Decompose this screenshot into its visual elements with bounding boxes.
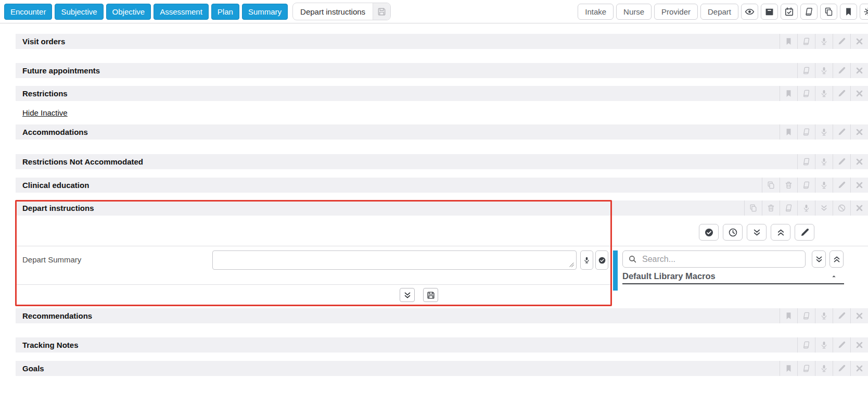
book-button[interactable] bbox=[797, 337, 815, 353]
stage-button-group: IntakeNurseProviderDepart bbox=[578, 4, 738, 20]
macros-chevron-double-up-button[interactable] bbox=[829, 250, 844, 268]
section-actions bbox=[780, 34, 868, 49]
section-actions bbox=[762, 178, 868, 193]
close-button[interactable] bbox=[850, 200, 868, 216]
nav-button-subjective[interactable]: Subjective bbox=[55, 4, 103, 20]
ban-button[interactable] bbox=[833, 200, 850, 216]
check-circle-button[interactable] bbox=[699, 224, 719, 241]
mic-button[interactable] bbox=[815, 86, 833, 101]
bookmark-button[interactable] bbox=[780, 361, 797, 376]
stage-button-provider[interactable]: Provider bbox=[654, 4, 698, 20]
trash-button[interactable] bbox=[780, 178, 797, 193]
gear-button[interactable] bbox=[860, 4, 868, 20]
nav-button-objective[interactable]: Objective bbox=[106, 4, 151, 20]
close-button[interactable] bbox=[850, 63, 868, 78]
bookmark-icon bbox=[784, 37, 793, 46]
depart-tab-label[interactable]: Depart instructions bbox=[293, 3, 373, 20]
tab-save-button[interactable] bbox=[373, 3, 390, 20]
chevron-double-down-button[interactable] bbox=[815, 200, 833, 216]
calendar-check-button[interactable] bbox=[781, 4, 798, 20]
close-button[interactable] bbox=[850, 178, 868, 193]
trash-button[interactable] bbox=[762, 200, 780, 216]
depart-summary-input[interactable] bbox=[213, 251, 576, 269]
caret-up-icon[interactable] bbox=[831, 273, 837, 279]
copy-button[interactable] bbox=[762, 178, 780, 193]
eye-button[interactable] bbox=[741, 4, 758, 20]
close-button[interactable] bbox=[850, 361, 868, 376]
close-button[interactable] bbox=[850, 34, 868, 49]
pencil-button[interactable] bbox=[833, 63, 850, 78]
pencil-button[interactable] bbox=[833, 86, 850, 101]
mic-icon bbox=[802, 204, 811, 212]
pencil-button[interactable] bbox=[833, 154, 850, 169]
mic-button[interactable] bbox=[815, 63, 833, 78]
book-button[interactable] bbox=[797, 63, 815, 78]
eye-icon bbox=[745, 7, 755, 17]
save-button[interactable] bbox=[423, 288, 438, 302]
mic-button[interactable] bbox=[797, 200, 815, 216]
mic-button[interactable] bbox=[815, 124, 833, 140]
summary-mic-button[interactable] bbox=[580, 250, 593, 270]
chevron-double-up-button[interactable] bbox=[771, 224, 790, 241]
close-button[interactable] bbox=[850, 124, 868, 140]
stage-button-depart[interactable]: Depart bbox=[700, 4, 738, 20]
book-button[interactable] bbox=[797, 124, 815, 140]
stage-button-intake[interactable]: Intake bbox=[578, 4, 614, 20]
archive-icon bbox=[764, 7, 774, 17]
book-button[interactable] bbox=[797, 86, 815, 101]
close-button[interactable] bbox=[850, 154, 868, 169]
macro-group-header[interactable]: Default Library Macros bbox=[622, 269, 844, 284]
pencil-button[interactable] bbox=[795, 224, 814, 241]
bookmark-button[interactable] bbox=[840, 4, 857, 20]
nav-button-assessment[interactable]: Assessment bbox=[154, 4, 209, 20]
book-button[interactable] bbox=[797, 361, 815, 376]
mic-button[interactable] bbox=[815, 34, 833, 49]
mic-button[interactable] bbox=[815, 178, 833, 193]
section-future-appointments: Future appointments bbox=[16, 63, 868, 78]
depart-tab[interactable]: Depart instructions bbox=[292, 3, 391, 20]
stage-button-nurse[interactable]: Nurse bbox=[616, 4, 652, 20]
pencil-button[interactable] bbox=[833, 308, 850, 323]
hide-inactive-link[interactable]: Hide Inactive bbox=[22, 108, 68, 117]
bookmark-button[interactable] bbox=[780, 308, 797, 323]
copy-button[interactable] bbox=[744, 200, 762, 216]
book-icon bbox=[802, 341, 811, 349]
close-button[interactable] bbox=[850, 337, 868, 353]
macro-search-input[interactable] bbox=[641, 254, 800, 265]
close-button[interactable] bbox=[850, 86, 868, 101]
toolbar-icon-group bbox=[741, 4, 868, 20]
pencil-button[interactable] bbox=[833, 337, 850, 353]
book-button[interactable] bbox=[797, 34, 815, 49]
mic-button[interactable] bbox=[815, 361, 833, 376]
mic-button[interactable] bbox=[815, 154, 833, 169]
chevron-double-down-button[interactable] bbox=[747, 224, 767, 241]
macros-chevron-double-down-button[interactable] bbox=[812, 250, 826, 268]
chevron-double-down-icon bbox=[814, 255, 824, 264]
copy-button[interactable] bbox=[820, 4, 837, 20]
pencil-button[interactable] bbox=[833, 178, 850, 193]
book-button[interactable] bbox=[797, 308, 815, 323]
book-button[interactable] bbox=[780, 200, 797, 216]
mic-button[interactable] bbox=[815, 337, 833, 353]
summary-confirm-button[interactable] bbox=[595, 250, 608, 270]
chevron-double-down-button[interactable] bbox=[400, 288, 415, 302]
pencil-button[interactable] bbox=[833, 34, 850, 49]
pencil-button[interactable] bbox=[833, 361, 850, 376]
clock-button[interactable] bbox=[723, 224, 743, 241]
mic-icon bbox=[820, 341, 828, 349]
book-button[interactable] bbox=[797, 178, 815, 193]
pencil-icon bbox=[837, 37, 846, 46]
mic-button[interactable] bbox=[815, 308, 833, 323]
nav-button-encounter[interactable]: Encounter bbox=[4, 4, 52, 20]
archive-button[interactable] bbox=[761, 4, 778, 20]
book-button[interactable] bbox=[800, 4, 818, 20]
nav-button-summary[interactable]: Summary bbox=[242, 4, 288, 20]
bookmark-button[interactable] bbox=[780, 34, 797, 49]
copy-icon bbox=[767, 181, 775, 190]
bookmark-button[interactable] bbox=[780, 86, 797, 101]
nav-button-plan[interactable]: Plan bbox=[211, 4, 239, 20]
pencil-button[interactable] bbox=[833, 124, 850, 140]
close-button[interactable] bbox=[850, 308, 868, 323]
book-button[interactable] bbox=[797, 154, 815, 169]
bookmark-button[interactable] bbox=[780, 124, 797, 140]
